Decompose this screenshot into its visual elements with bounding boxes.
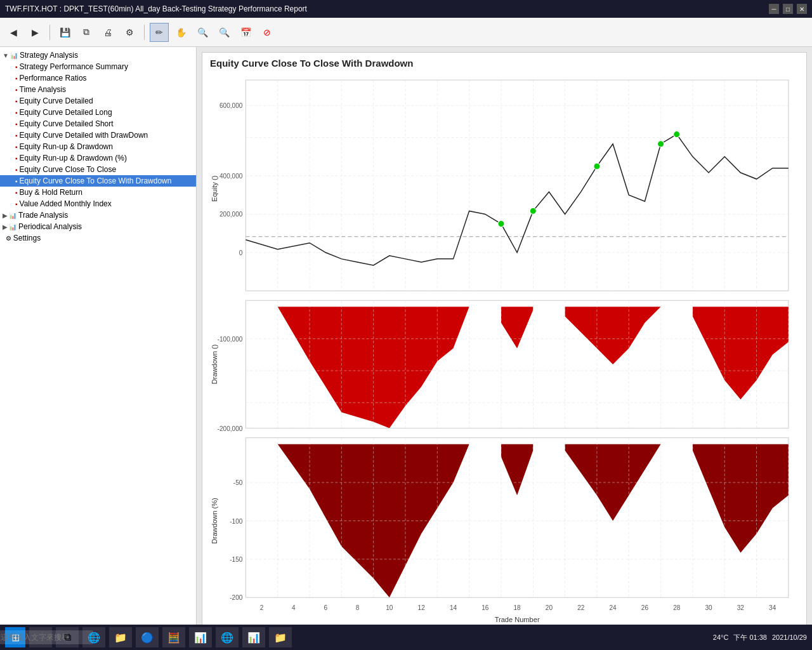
sidebar-item-equity-run-up-drawdown-pct[interactable]: ▪ Equity Run-up & Drawdown (%)	[0, 152, 196, 164]
minimize-button[interactable]: ─	[769, 4, 779, 14]
ddpct-tick-200: -200	[230, 594, 243, 601]
x-tick-24: 24	[610, 604, 617, 611]
sidebar-item-equity-curve-close-to-close-drawdown-label: Equity Curve Close To Close With Drawdow…	[20, 176, 172, 185]
item-icon: ▪	[15, 166, 18, 173]
cursor-button[interactable]: ✏	[150, 23, 169, 42]
x-tick-26: 26	[641, 604, 649, 611]
expand-settings-icon	[3, 235, 4, 242]
taskbar-search[interactable]	[29, 627, 52, 647]
sidebar-group-trade-analysis[interactable]: ▶ 📊 Trade Analysis	[0, 209, 196, 221]
taskbar-app2[interactable]: 🌐	[216, 627, 239, 647]
save-button[interactable]: 💾	[55, 23, 74, 42]
sidebar-group-strategy-analysis-label: Strategy Analysis	[20, 51, 78, 60]
copy-button[interactable]: ⧉	[77, 23, 96, 42]
sidebar-item-equity-curve-detailed-short-label: Equity Curve Detailed Short	[20, 119, 114, 128]
zoom-out-button[interactable]: 🔍	[214, 23, 233, 42]
window-controls: ─ □ ✕	[769, 4, 807, 14]
x-tick-2: 2	[260, 604, 264, 611]
taskbar-edge[interactable]: 🌐	[82, 627, 105, 647]
taskbar-folder[interactable]: 📁	[109, 627, 132, 647]
charts-wrapper: Equity ()	[202, 71, 806, 630]
expand-trade-icon: ▶	[3, 212, 8, 219]
sidebar-item-equity-curve-detailed[interactable]: ▪ Equity Curve Detailed	[0, 95, 196, 107]
taskbar-app3[interactable]: 📊	[242, 627, 265, 647]
expand-strategy-icon: ▼	[3, 52, 9, 59]
sidebar-item-settings-label: Settings	[13, 234, 41, 242]
content-area: Equity Curve Close To Close With Drawdow…	[197, 47, 812, 625]
group-icon-periodical: 📊	[9, 223, 16, 230]
window-title: TWF.FITX.HOT : DPKT_TEST(60min) All_day …	[5, 4, 307, 13]
peak-dot-2	[530, 208, 536, 214]
item-icon: ▪	[15, 109, 18, 116]
sidebar-item-equity-curve-detailed-long[interactable]: ▪ Equity Curve Detailed Long	[0, 107, 196, 118]
dd-tick-100k: -100,000	[218, 336, 243, 343]
sidebar-group-strategy-analysis[interactable]: ▼ 📊 Strategy Analysis	[0, 50, 196, 61]
separator-1	[49, 25, 50, 40]
x-tick-12: 12	[418, 604, 426, 611]
back-button[interactable]: ◀	[4, 23, 23, 42]
item-icon: ▪	[15, 143, 18, 150]
separator-2	[144, 25, 145, 40]
sidebar-item-equity-curve-close-to-close[interactable]: ▪ Equity Curve Close To Close	[0, 164, 196, 175]
equity-tick-200k: 200,000	[219, 211, 243, 218]
expand-periodical-icon: ▶	[3, 223, 8, 230]
sidebar-group-trade-analysis-label: Trade Analysis	[18, 211, 68, 220]
item-icon: ▪	[15, 63, 18, 70]
item-icon: ▪	[15, 86, 18, 93]
cancel-button[interactable]: ⊘	[258, 23, 277, 42]
sidebar-item-performance-ratios[interactable]: ▪ Performance Ratios	[0, 72, 196, 84]
forward-button[interactable]: ▶	[25, 23, 44, 42]
sidebar-item-value-added-monthly-index[interactable]: ▪ Value Added Monthly Index	[0, 198, 196, 209]
sidebar-group-periodical-analysis[interactable]: ▶ 📊 Periodical Analysis	[0, 221, 196, 232]
taskbar-task-view[interactable]: ⧉	[56, 627, 79, 647]
sidebar-item-equity-curve-detailed-drawdown-label: Equity Curve Detailed with DrawDown	[20, 131, 148, 140]
x-tick-28: 28	[673, 604, 681, 611]
item-icon: ▪	[15, 121, 18, 128]
sidebar-item-buy-hold-return[interactable]: ▪ Buy & Hold Return	[0, 187, 196, 198]
dd-tick-200k: -200,000	[218, 425, 243, 432]
taskbar-app4[interactable]: 📁	[269, 627, 292, 647]
sidebar-item-equity-curve-detailed-drawdown[interactable]: ▪ Equity Curve Detailed with DrawDown	[0, 129, 196, 141]
group-icon: 📊	[10, 52, 18, 59]
sidebar-item-equity-curve-close-to-close-label: Equity Curve Close To Close	[20, 165, 117, 174]
x-tick-4: 4	[292, 604, 296, 611]
sidebar-item-settings[interactable]: ⚙ Settings	[0, 232, 196, 244]
peak-dot-5	[658, 141, 664, 147]
taskbar-time: 下午 01:38	[733, 633, 767, 642]
drawdown-y-label: Drawdown ()	[211, 345, 218, 385]
calendar-button[interactable]: 📅	[236, 23, 255, 42]
main-layout: ▼ 📊 Strategy Analysis ▪ Strategy Perform…	[0, 47, 812, 625]
x-tick-14: 14	[450, 604, 457, 611]
taskbar-search-input[interactable]	[0, 630, 93, 644]
peak-dot-4	[498, 220, 504, 227]
peak-dot-1	[594, 163, 600, 169]
taskbar-calculator[interactable]: 🧮	[162, 627, 185, 647]
taskbar-app1[interactable]: 📊	[189, 627, 212, 647]
zoom-in-button[interactable]: 🔍	[193, 23, 212, 42]
equity-tick-400k: 400,000	[219, 173, 243, 180]
x-axis-label: Trade Number	[495, 616, 540, 623]
pan-button[interactable]: ✋	[171, 23, 190, 42]
taskbar-left: ⊞ ⧉ 🌐 📁 🔵 🧮 📊 🌐 📊 📁	[5, 627, 292, 647]
sidebar-item-equity-run-up-drawdown[interactable]: ▪ Equity Run-up & Drawdown	[0, 141, 196, 152]
sidebar-item-strategy-performance-summary-label: Strategy Performance Summary	[20, 62, 128, 71]
ddpct-tick-100: -100	[230, 518, 243, 525]
x-tick-18: 18	[514, 604, 521, 611]
peak-dot-3	[674, 131, 680, 138]
equity-tick-600k: 600,000	[219, 102, 243, 109]
settings-button[interactable]: ⚙	[120, 23, 139, 42]
print-button[interactable]: 🖨	[98, 23, 117, 42]
taskbar-chrome[interactable]: 🔵	[136, 627, 159, 647]
sidebar-item-time-analysis[interactable]: ▪ Time Analysis	[0, 84, 196, 95]
sidebar-item-strategy-performance-summary[interactable]: ▪ Strategy Performance Summary	[0, 61, 196, 72]
sidebar-item-performance-ratios-label: Performance Ratios	[20, 74, 87, 83]
sidebar-item-equity-run-up-drawdown-pct-label: Equity Run-up & Drawdown (%)	[20, 154, 127, 162]
sidebar-item-equity-curve-detailed-label: Equity Curve Detailed	[20, 96, 93, 105]
sidebar-item-equity-curve-detailed-short[interactable]: ▪ Equity Curve Detailed Short	[0, 118, 196, 129]
close-button[interactable]: ✕	[797, 4, 807, 14]
maximize-button[interactable]: □	[783, 4, 793, 14]
sidebar-item-equity-curve-close-to-close-drawdown[interactable]: ▪ Equity Curve Close To Close With Drawd…	[0, 175, 196, 187]
x-tick-22: 22	[577, 604, 585, 611]
main-chart-svg: Equity ()	[207, 74, 801, 630]
sidebar-item-time-analysis-label: Time Analysis	[20, 85, 67, 94]
